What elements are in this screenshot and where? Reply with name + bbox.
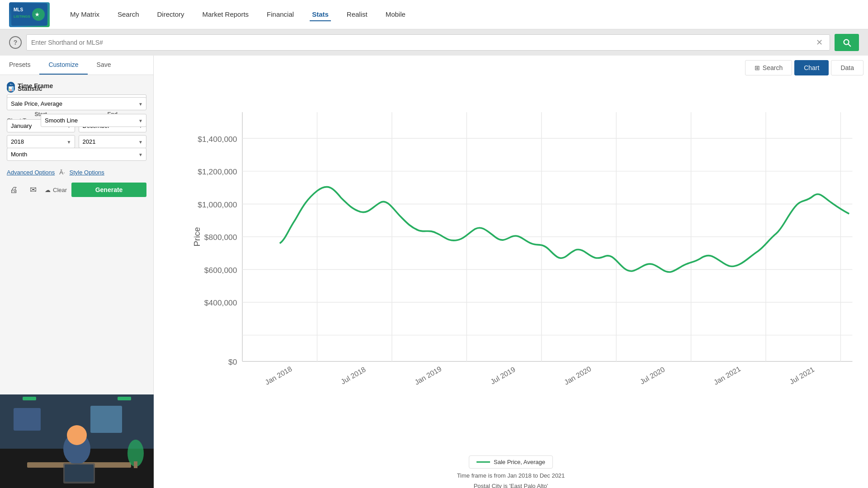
- svg-text:Price: Price: [192, 227, 202, 246]
- chart-type-dropdown-wrapper: Smooth Line: [41, 114, 146, 127]
- options-separator: Ā·: [59, 169, 65, 176]
- clear-button[interactable]: ☁ Clear: [45, 187, 67, 193]
- options-row: Advanced Options Ā· Style Options: [7, 169, 146, 176]
- svg-text:$800,000: $800,000: [204, 233, 237, 242]
- search-input[interactable]: [31, 39, 816, 46]
- tab-presets[interactable]: Presets: [0, 56, 39, 75]
- svg-rect-8: [23, 397, 36, 400]
- chart-tabs: ⊞ Search Chart Data: [158, 60, 863, 75]
- tab-save[interactable]: Save: [88, 56, 120, 75]
- logo: MLS LISTINGS ★: [9, 2, 50, 27]
- svg-text:Jan 2018: Jan 2018: [264, 365, 293, 386]
- chart-area: ⊞ Search Chart Data: [154, 56, 868, 488]
- end-year-dropdown[interactable]: 2021: [79, 135, 147, 148]
- advanced-options-link[interactable]: Advanced Options: [7, 169, 55, 176]
- generate-button[interactable]: Generate: [71, 183, 146, 197]
- svg-text:LISTINGS: LISTINGS: [14, 14, 31, 19]
- svg-text:$1,400,000: $1,400,000: [198, 135, 237, 144]
- nav-directory[interactable]: Directory: [155, 8, 187, 21]
- video-thumbnail: [0, 394, 154, 488]
- statistic-header: 📊 Statistic: [7, 84, 146, 93]
- svg-text:$400,000: $400,000: [204, 298, 237, 307]
- svg-text:$1,200,000: $1,200,000: [198, 167, 237, 176]
- print-icon[interactable]: 🖨: [7, 183, 21, 197]
- search-bar: ? ✕: [0, 29, 868, 56]
- chart-type-dropdown[interactable]: Smooth Line: [41, 114, 146, 127]
- legend-label: Sale Price, Average: [494, 459, 545, 465]
- svg-rect-18: [90, 406, 122, 433]
- group-by-dropdown[interactable]: Month: [7, 148, 146, 161]
- search-input-container: ✕: [26, 34, 830, 51]
- video-svg: [0, 394, 154, 488]
- main-content: Presets Customize Save ⏱ Time Frame Cust…: [0, 56, 868, 488]
- chart-note-2: Postal City is 'East Palo Alto': [158, 483, 863, 488]
- start-year-wrapper: 2018: [7, 135, 75, 148]
- nav-realist[interactable]: Realist: [344, 8, 370, 21]
- search-icon: [842, 38, 852, 47]
- sidebar: Presets Customize Save ⏱ Time Frame Cust…: [0, 56, 154, 394]
- nav-market-reports[interactable]: Market Reports: [200, 8, 251, 21]
- logo-image: MLS LISTINGS ★: [9, 2, 50, 27]
- legend-item: Sale Price, Average: [469, 455, 553, 469]
- legend-line: [476, 461, 490, 463]
- chart-svg: $1,400,000 $1,200,000 $1,000,000 $800,00…: [190, 89, 859, 424]
- svg-text:Jan 2020: Jan 2020: [563, 365, 592, 386]
- nav-my-matrix[interactable]: My Matrix: [68, 8, 102, 21]
- svg-text:★: ★: [35, 12, 40, 17]
- svg-rect-17: [14, 408, 41, 431]
- email-icon[interactable]: ✉: [26, 183, 40, 197]
- nav-stats[interactable]: Stats: [310, 8, 331, 21]
- svg-text:$0: $0: [228, 357, 237, 366]
- svg-text:$1,000,000: $1,000,000: [198, 200, 237, 209]
- nav-mobile[interactable]: Mobile: [383, 8, 408, 21]
- svg-text:Jul 2021: Jul 2021: [788, 366, 816, 386]
- sidebar-tabs: Presets Customize Save: [0, 56, 153, 75]
- statistic-icon: 📊: [7, 84, 15, 93]
- tab-chart[interactable]: Chart: [794, 60, 829, 75]
- svg-rect-14: [65, 465, 94, 482]
- svg-text:Jan 2021: Jan 2021: [712, 365, 742, 386]
- svg-rect-16: [134, 461, 137, 468]
- chart-legend: Sale Price, Average: [158, 455, 863, 469]
- svg-text:Jul 2020: Jul 2020: [639, 366, 666, 386]
- statistic-label: Statistic: [18, 85, 42, 92]
- search-clear-icon[interactable]: ✕: [816, 38, 823, 47]
- group-by-dropdown-wrapper: Month: [7, 148, 146, 161]
- tab-search[interactable]: ⊞ Search: [745, 60, 792, 75]
- sidebar-form: ⏱ Time Frame Custom Start J: [0, 75, 153, 204]
- nav-financial[interactable]: Financial: [264, 8, 296, 21]
- header: MLS LISTINGS ★ My Matrix Search Director…: [0, 0, 868, 29]
- search-tab-icon: ⊞: [755, 64, 760, 71]
- svg-text:Jan 2019: Jan 2019: [413, 365, 443, 386]
- tab-data[interactable]: Data: [831, 60, 863, 75]
- svg-text:$600,000: $600,000: [204, 266, 237, 275]
- tab-customize[interactable]: Customize: [39, 56, 87, 75]
- chart-container: $1,400,000 $1,200,000 $1,000,000 $800,00…: [158, 80, 863, 451]
- cloud-icon: ☁: [45, 187, 51, 193]
- svg-rect-9: [118, 397, 131, 400]
- statistic-dropdown-wrapper: Sale Price, Average: [7, 97, 146, 110]
- main-nav: My Matrix Search Directory Market Report…: [68, 8, 408, 21]
- help-icon[interactable]: ?: [9, 36, 22, 49]
- svg-text:Jul 2018: Jul 2018: [340, 366, 367, 386]
- svg-point-12: [67, 425, 87, 445]
- svg-text:MLS: MLS: [14, 7, 23, 12]
- style-options-link[interactable]: Style Options: [70, 169, 104, 176]
- chart-note-1: Time frame is from Jan 2018 to Dec 2021: [158, 472, 863, 479]
- statistic-dropdown[interactable]: Sale Price, Average: [7, 97, 146, 110]
- action-row: 🖨 ✉ ☁ Clear Generate: [7, 183, 146, 197]
- nav-search[interactable]: Search: [115, 8, 142, 21]
- svg-text:Jul 2019: Jul 2019: [489, 366, 517, 386]
- end-year-wrapper: 2021: [79, 135, 147, 148]
- video-placeholder: [0, 394, 154, 488]
- search-go-button[interactable]: [835, 34, 859, 51]
- start-year-dropdown[interactable]: 2018: [7, 135, 75, 148]
